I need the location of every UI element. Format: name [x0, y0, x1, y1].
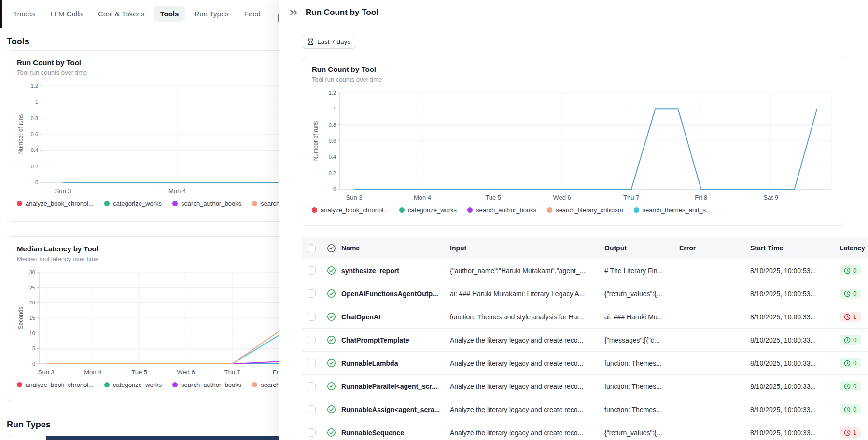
tab-cost-tokens[interactable]: Cost & Tokens [92, 6, 151, 22]
latency-value: 0 [853, 383, 857, 390]
runs-table: NameInputOutputErrorStart TimeLatencysyn… [302, 237, 868, 440]
legend-item: search_themes_and_s... [634, 206, 711, 214]
table-row[interactable]: OpenAIFunctionsAgentOutp...ai: ### Haruk… [302, 282, 868, 305]
cell-latency: 0 [840, 404, 868, 414]
cell-start: 8/10/2025, 10:00:53... [750, 267, 840, 275]
svg-text:0: 0 [333, 186, 336, 192]
panel-header: Run Count by Tool [279, 0, 868, 25]
cell-name: RunnableSequence [341, 429, 450, 437]
chart-title: Run Count by Tool [312, 65, 837, 73]
svg-text:Thu 7: Thu 7 [623, 194, 639, 201]
legend-item: search_author_books [172, 381, 241, 388]
table-row[interactable]: RunnableParallel<agent_scr...Analyze the… [302, 375, 868, 398]
cell-start: 8/10/2025, 10:00:33... [750, 383, 840, 390]
table-row[interactable]: RunnableSequenceAnalyze the literary leg… [302, 421, 868, 440]
clock-icon [844, 406, 851, 413]
tab-llm-calls[interactable]: LLM Calls [44, 6, 89, 22]
time-range-label: Last 7 days [317, 38, 350, 45]
svg-text:Tue 5: Tue 5 [131, 369, 147, 376]
latency-badge: 0 [840, 289, 861, 299]
row-select-cell [302, 359, 321, 367]
tab-feed[interactable]: Feed [238, 6, 267, 22]
svg-text:5: 5 [32, 345, 35, 351]
svg-text:15: 15 [29, 315, 35, 321]
column-header-latency[interactable]: Latency [840, 244, 868, 252]
row-status-cell [321, 335, 341, 344]
svg-text:0: 0 [32, 361, 35, 367]
row-checkbox[interactable] [308, 289, 316, 298]
latency-value: 0 [853, 290, 857, 297]
table-row[interactable]: RunnableAssign<agent_scra...Analyze the … [302, 398, 868, 421]
time-range-filter[interactable]: Last 7 days [302, 35, 356, 49]
legend-item: analyze_book_chronol... [17, 381, 94, 388]
select-all-checkbox[interactable] [308, 244, 316, 252]
row-checkbox[interactable] [308, 405, 316, 413]
legend-label: search_author_books [181, 200, 241, 207]
chart-subtitle: Tool run counts over time [17, 69, 279, 76]
column-header-error[interactable]: Error [679, 244, 750, 252]
cell-output: function: Themes... [604, 359, 679, 367]
clock-icon [844, 429, 851, 436]
row-checkbox[interactable] [308, 313, 316, 321]
row-select-cell [302, 313, 321, 321]
median-latency-chart: 051015202530Sun 3Mon 4Tue 5Wed 6Thu 7Fri… [17, 267, 279, 378]
clock-icon [844, 314, 851, 320]
svg-text:1.2: 1.2 [31, 83, 38, 89]
collapse-panel-icon[interactable] [287, 6, 300, 19]
chart-title: Median Latency by Tool [17, 245, 279, 253]
row-checkbox[interactable] [308, 382, 316, 390]
cell-latency: 1 [840, 312, 868, 322]
legend-label: analyze_book_chronol... [26, 381, 94, 388]
cell-output: {"messages":[{"c... [604, 336, 679, 344]
tab-run-types[interactable]: Run Types [188, 6, 235, 22]
latency-badge: 0 [840, 265, 861, 275]
chart-title: Run Count by Tool [17, 58, 279, 67]
svg-text:Tue 5: Tue 5 [485, 194, 501, 201]
latency-value: 0 [853, 267, 857, 274]
table-row[interactable]: synthesize_report{"author_name":"Haruki … [302, 259, 868, 282]
clock-icon [844, 337, 851, 344]
panel-run-count-chart: 00.20.40.60.811.2Sun 3Mon 4Tue 5Wed 6Thu… [312, 88, 838, 204]
legend-dot-icon [547, 207, 552, 213]
row-status-cell [321, 358, 341, 368]
column-header-name[interactable]: Name [341, 244, 450, 252]
cell-name: ChatPromptTemplate [341, 336, 450, 344]
row-checkbox[interactable] [308, 336, 316, 344]
legend-dot-icon [17, 201, 22, 206]
row-select-cell [302, 382, 321, 390]
cell-output: ai: ### Haruki Mu... [604, 313, 679, 321]
svg-text:Number of runs: Number of runs [312, 121, 319, 161]
table-row[interactable]: RunnableLambdaAnalyze the literary legac… [302, 352, 868, 375]
row-checkbox[interactable] [308, 266, 316, 275]
svg-text:0.8: 0.8 [329, 122, 336, 128]
hourglass-icon [308, 38, 314, 45]
row-checkbox[interactable] [308, 359, 316, 367]
legend-label: search_themes_and_s... [643, 206, 711, 214]
column-header-input[interactable]: Input [450, 244, 604, 252]
run-count-card: Run Count by Tool Tool run counts over t… [7, 50, 279, 222]
chart-legend: analyze_book_chronol...categorize_workss… [17, 381, 279, 388]
cell-input: Analyze the literary legacy and create r… [450, 336, 604, 344]
pane-divider-scrollbar[interactable] [278, 14, 279, 22]
row-checkbox[interactable] [308, 428, 316, 437]
svg-text:0.6: 0.6 [329, 138, 336, 144]
column-header-start-time[interactable]: Start Time [750, 244, 840, 252]
cell-input: ai: ### Haruki Murakami: Literary Legacy… [450, 290, 604, 298]
left-edge-scrollbar[interactable] [0, 0, 2, 28]
legend-item: search_literary_criticism [252, 381, 279, 388]
row-select-cell [302, 405, 321, 413]
table-row[interactable]: ChatOpenAIfunction: Themes and style ana… [302, 305, 868, 329]
legend-item: categorize_works [104, 200, 162, 207]
table-row[interactable]: ChatPromptTemplateAnalyze the literary l… [302, 329, 868, 352]
svg-text:Sun 3: Sun 3 [55, 187, 71, 194]
section-title-tools: Tools [7, 37, 29, 47]
cell-input: {"author_name":"Haruki Murakami","agent_… [450, 267, 604, 275]
tab-traces[interactable]: Traces [7, 6, 41, 22]
tab-tools[interactable]: Tools [154, 6, 185, 22]
cell-output: function: Themes... [604, 383, 679, 390]
legend-item: search_literary_criticism [252, 200, 279, 207]
latency-value: 1 [853, 429, 857, 436]
column-header-output[interactable]: Output [604, 244, 679, 252]
cell-input: Analyze the literary legacy and create r… [450, 406, 604, 413]
svg-text:1: 1 [333, 106, 336, 111]
